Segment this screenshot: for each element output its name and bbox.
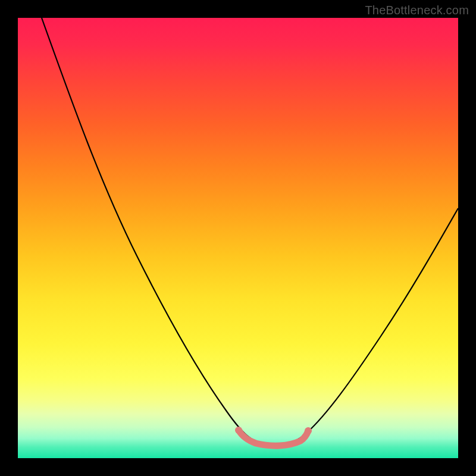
curve-path bbox=[42, 18, 458, 445]
plot-area bbox=[18, 18, 458, 458]
valley-highlight bbox=[239, 430, 308, 446]
valley-dot-left bbox=[235, 427, 242, 434]
bottleneck-curve bbox=[18, 18, 458, 458]
valley-dot-right bbox=[305, 427, 312, 434]
watermark-text: TheBottleneck.com bbox=[365, 4, 469, 17]
